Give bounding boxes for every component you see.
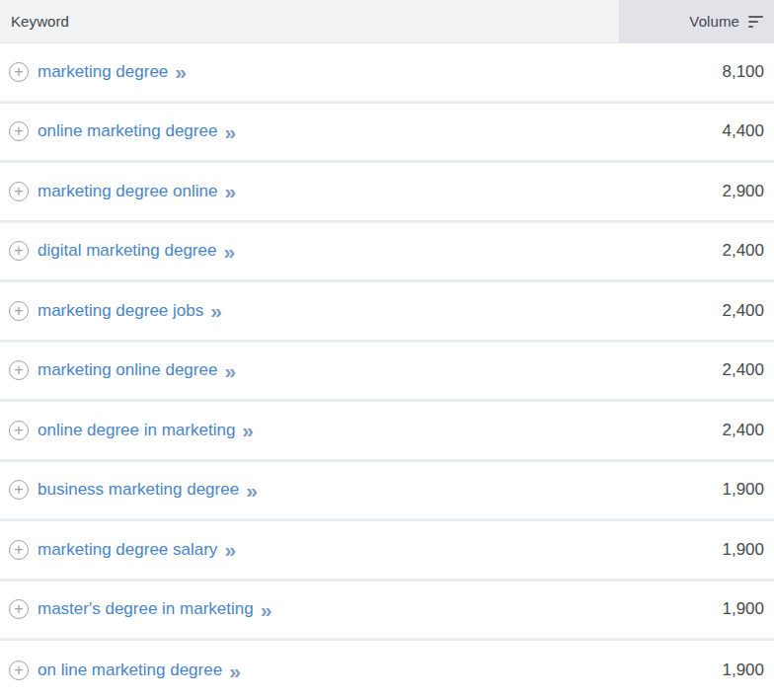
add-keyword-icon[interactable]: + [9, 661, 29, 680]
expand-keyword-icon[interactable]: » [242, 420, 254, 440]
add-keyword-icon[interactable]: + [9, 540, 29, 560]
keyword-link[interactable]: online marketing degree [38, 121, 217, 141]
expand-keyword-icon[interactable]: » [261, 599, 272, 620]
volume-value: 2,400 [619, 301, 774, 321]
keyword-cell: + marketing online degree » [0, 360, 619, 381]
expand-keyword-icon[interactable]: » [210, 300, 222, 321]
volume-value: 2,400 [619, 241, 774, 261]
add-keyword-icon[interactable]: + [9, 301, 29, 321]
table-row: + marketing degree salary » 1,900 [0, 521, 774, 579]
expand-keyword-icon[interactable]: » [224, 121, 236, 142]
table-row: + online degree in marketing » 2,400 [0, 402, 774, 459]
keyword-cell: + on line marketing degree » [0, 661, 619, 681]
keyword-link[interactable]: marketing degree salary [38, 540, 217, 560]
expand-keyword-icon[interactable]: » [229, 661, 241, 681]
table-row: + digital marketing degree » 2,400 [0, 223, 774, 280]
keyword-link[interactable]: business marketing degree [38, 480, 239, 500]
table-row: + master's degree in marketing » 1,900 [0, 582, 774, 639]
volume-value: 1,900 [619, 599, 774, 619]
keyword-link[interactable]: master's degree in marketing [38, 599, 254, 619]
volume-value: 1,900 [619, 480, 774, 500]
table-row: + marketing degree jobs » 2,400 [0, 282, 774, 340]
add-keyword-icon[interactable]: + [9, 360, 29, 380]
expand-keyword-icon[interactable]: » [224, 539, 236, 560]
volume-value: 2,400 [619, 421, 774, 440]
expand-keyword-icon[interactable]: » [224, 360, 236, 381]
add-keyword-icon[interactable]: + [9, 599, 29, 619]
add-keyword-icon[interactable]: + [9, 421, 29, 440]
table-body: + marketing degree » 8,100 + online mark… [0, 43, 774, 700]
expand-keyword-icon[interactable]: » [223, 241, 235, 262]
volume-value: 8,100 [619, 62, 774, 82]
keyword-link[interactable]: marketing degree online [38, 182, 217, 201]
add-keyword-icon[interactable]: + [9, 62, 29, 82]
column-header-keyword: Keyword [0, 0, 619, 42]
volume-value: 4,400 [619, 121, 774, 141]
table-row: + marketing online degree » 2,400 [0, 343, 774, 400]
keyword-cell: + online degree in marketing » [0, 420, 619, 440]
keyword-cell: + marketing degree salary » [0, 539, 619, 560]
keyword-cell: + marketing degree » [0, 61, 619, 82]
keyword-cell: + marketing degree jobs » [0, 300, 619, 321]
sort-descending-icon[interactable] [748, 15, 763, 28]
keyword-link[interactable]: marketing degree [38, 62, 168, 82]
table-row: + online marketing degree » 4,400 [0, 104, 774, 161]
keyword-cell: + master's degree in marketing » [0, 599, 619, 620]
keyword-link[interactable]: marketing degree jobs [38, 301, 203, 321]
add-keyword-icon[interactable]: + [9, 121, 29, 141]
keyword-link[interactable]: online degree in marketing [38, 421, 235, 440]
keyword-cell: + online marketing degree » [0, 121, 619, 142]
volume-value: 1,900 [619, 540, 774, 560]
table-header: Keyword Volume [0, 0, 774, 43]
volume-value: 2,400 [619, 360, 774, 380]
keyword-cell: + digital marketing degree » [0, 241, 619, 262]
volume-value: 1,900 [619, 661, 774, 680]
table-row: + business marketing degree » 1,900 [0, 462, 774, 519]
volume-value: 2,900 [619, 182, 774, 201]
add-keyword-icon[interactable]: + [9, 480, 29, 500]
column-header-volume[interactable]: Volume [619, 0, 774, 42]
expand-keyword-icon[interactable]: » [246, 480, 258, 501]
keyword-link[interactable]: on line marketing degree [38, 661, 222, 680]
column-header-volume-label: Volume [689, 13, 739, 30]
table-row: + marketing degree » 8,100 [0, 43, 774, 101]
keyword-cell: + business marketing degree » [0, 480, 619, 501]
expand-keyword-icon[interactable]: » [224, 181, 236, 201]
keyword-link[interactable]: digital marketing degree [38, 241, 216, 261]
table-row: + on line marketing degree » 1,900 [0, 641, 774, 700]
table-row: + marketing degree online » 2,900 [0, 163, 774, 220]
keyword-link[interactable]: marketing online degree [38, 360, 217, 380]
add-keyword-icon[interactable]: + [9, 241, 29, 261]
keyword-cell: + marketing degree online » [0, 181, 619, 201]
add-keyword-icon[interactable]: + [9, 182, 29, 201]
expand-keyword-icon[interactable]: » [175, 61, 187, 82]
keyword-volume-table: Keyword Volume + marketing degree » 8,10… [0, 0, 774, 700]
